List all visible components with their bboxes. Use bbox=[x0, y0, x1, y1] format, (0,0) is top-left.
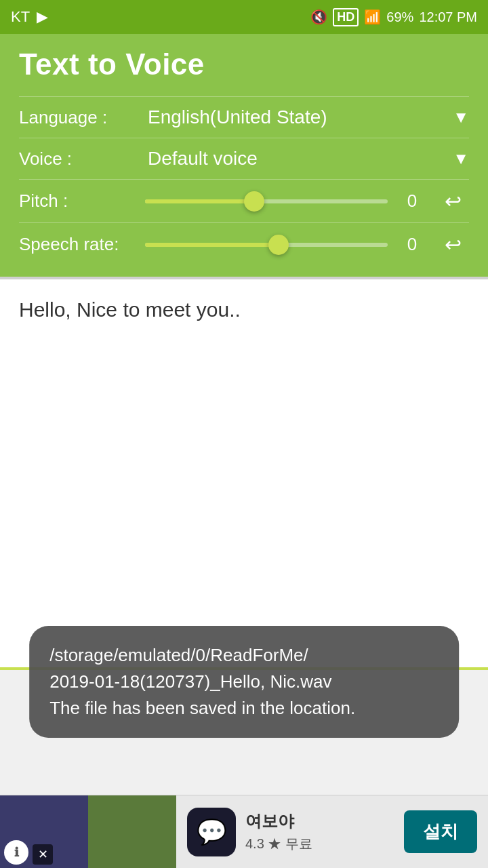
status-left: KT ▶ bbox=[11, 8, 48, 26]
language-label: Language : bbox=[19, 107, 148, 128]
battery-label: 69% bbox=[386, 9, 413, 25]
pitch-track bbox=[145, 199, 388, 203]
page-title: Text to Voice bbox=[19, 47, 469, 81]
ad-install-button[interactable]: 설치 bbox=[404, 810, 477, 853]
voice-value: Default voice bbox=[148, 148, 258, 170]
ad-content: 💬 여보야 4.3 ★ 무료 설치 bbox=[176, 808, 488, 856]
text-input[interactable]: Hello, Nice to meet you.. bbox=[19, 296, 469, 635]
voice-dropdown-arrow: ▼ bbox=[453, 149, 469, 168]
language-row: Language : English(United State) ▼ bbox=[19, 96, 469, 138]
pitch-reset-button[interactable]: ↩ bbox=[436, 189, 469, 213]
pitch-slider-container[interactable] bbox=[145, 191, 388, 212]
ad-title: 여보야 bbox=[245, 810, 394, 832]
pitch-value: 0 bbox=[399, 191, 426, 212]
language-dropdown[interactable]: English(United State) ▼ bbox=[148, 106, 469, 128]
ad-image-area: ℹ ✕ bbox=[0, 795, 176, 869]
ad-text-block: 여보야 4.3 ★ 무료 bbox=[245, 810, 394, 853]
app-header: Text to Voice bbox=[0, 34, 488, 96]
speech-reset-button[interactable]: ↩ bbox=[436, 233, 469, 256]
hd-icon: HD bbox=[333, 8, 359, 26]
toast-message: /storage/emulated/0/ReadForMe/ 2019-01-1… bbox=[29, 626, 459, 738]
speech-rate-row: Speech rate: 0 ↩ bbox=[19, 222, 469, 266]
ad-logo: 💬 bbox=[187, 808, 236, 856]
carrier-label: KT bbox=[11, 8, 30, 26]
ad-info-icon[interactable]: ℹ bbox=[4, 840, 28, 865]
voice-label: Voice : bbox=[19, 149, 148, 170]
speech-label: Speech rate: bbox=[19, 234, 134, 255]
voice-dropdown[interactable]: Default voice ▼ bbox=[148, 148, 469, 170]
main-content-area: Hello, Nice to meet you.. /storage/emula… bbox=[0, 277, 488, 751]
pitch-thumb[interactable] bbox=[244, 191, 264, 212]
toast-container: /storage/emulated/0/ReadForMe/ 2019-01-1… bbox=[29, 626, 459, 738]
ad-close-icon[interactable]: ✕ bbox=[33, 844, 53, 865]
voice-row: Voice : Default voice ▼ bbox=[19, 138, 469, 179]
text-area-container[interactable]: Hello, Nice to meet you.. bbox=[0, 277, 488, 670]
wifi-icon: 📶 bbox=[364, 9, 381, 25]
status-right: 🔇 HD 📶 69% 12:07 PM bbox=[310, 8, 477, 26]
speech-fill bbox=[145, 243, 279, 247]
ad-banner: ℹ ✕ 💬 여보야 4.3 ★ 무료 설치 bbox=[0, 795, 488, 868]
play-icon: ▶ bbox=[37, 8, 48, 26]
speech-track bbox=[145, 243, 388, 247]
settings-area: Language : English(United State) ▼ Voice… bbox=[0, 96, 488, 277]
pitch-row: Pitch : 0 ↩ bbox=[19, 179, 469, 222]
pitch-label: Pitch : bbox=[19, 191, 134, 212]
speech-thumb[interactable] bbox=[268, 235, 289, 255]
time-label: 12:07 PM bbox=[419, 9, 477, 25]
status-bar: KT ▶ 🔇 HD 📶 69% 12:07 PM bbox=[0, 0, 488, 34]
mute-icon: 🔇 bbox=[310, 9, 327, 25]
speech-slider-container[interactable] bbox=[145, 235, 388, 255]
language-value: English(United State) bbox=[148, 106, 327, 128]
ad-subtitle: 4.3 ★ 무료 bbox=[245, 835, 394, 853]
language-dropdown-arrow: ▼ bbox=[453, 108, 469, 127]
pitch-fill bbox=[145, 199, 254, 203]
speech-value: 0 bbox=[399, 234, 426, 255]
